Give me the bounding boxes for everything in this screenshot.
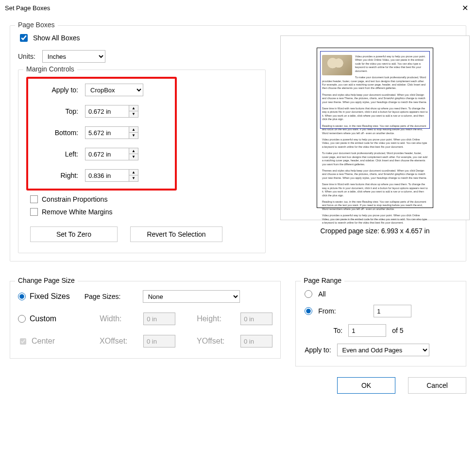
page-sizes-select[interactable]: None [143,290,240,303]
of-pages-text: of 5 [392,327,403,334]
page-range-legend: Page Range [301,277,344,284]
from-label: From: [318,307,342,315]
center-checkbox: Center [18,337,55,346]
preview-page: Video provides a powerful way to help yo… [317,48,433,208]
right-spinner[interactable]: ▲▼ [129,169,138,182]
custom-radio[interactable]: Custom [18,314,56,323]
revert-to-selection-button[interactable]: Revert To Selection [130,226,222,242]
top-label: Top: [34,107,85,115]
page-sizes-label: Page Sizes: [85,293,128,300]
all-radio[interactable] [305,290,312,298]
top-input[interactable] [85,105,129,118]
right-label: Right: [34,172,85,179]
top-spinner[interactable]: ▲▼ [129,105,138,118]
bottom-input[interactable] [85,126,129,139]
window-title: Set Page Boxes [5,4,50,12]
yoffset-input [240,335,272,348]
close-button[interactable]: ✕ [454,0,476,16]
margin-controls-group: Margin Controls Apply to: CropBox Top: [18,70,266,253]
change-page-size-legend: Change Page Size [15,277,78,284]
right-input[interactable] [85,169,129,182]
checkbox-icon [30,208,38,216]
width-label: Width: [100,314,129,323]
down-icon[interactable]: ▼ [129,111,138,117]
preview-image-icon [322,55,352,75]
page-boxes-group: Page Boxes Show All Boxes Units: Inches … [10,25,466,261]
from-radio[interactable] [305,307,312,315]
checkbox-icon [30,195,38,203]
down-icon[interactable]: ▼ [129,154,138,160]
change-page-size-group: Change Page Size Fixed Sizes Page Sizes:… [10,281,281,359]
from-input[interactable] [374,305,411,317]
constrain-proportions-checkbox[interactable]: Constrain Proportions [30,195,257,203]
xoffset-label: XOffset: [100,337,129,346]
custom-label: Custom [30,314,56,323]
to-label: To: [318,327,342,334]
show-all-boxes-label: Show All Boxes [33,34,80,42]
bottom-spinner[interactable]: ▲▼ [129,126,138,139]
fixed-sizes-label: Fixed Sizes [30,292,70,301]
apply-to-select[interactable]: CropBox [85,84,143,96]
page-range-group: Page Range All From: To: of 5 [295,281,466,366]
apply-to-label: Apply to: [34,86,85,94]
remove-white-label: Remove White Margins [42,208,113,216]
left-input[interactable] [85,148,129,160]
cropped-page-size: Cropped page size: 6.993 x 4.657 in [280,227,470,235]
range-apply-to-label: Apply to: [305,346,331,354]
up-icon[interactable]: ▲ [129,105,138,111]
all-label: All [318,290,326,298]
xoffset-input [143,335,175,348]
bottom-label: Bottom: [34,129,85,137]
left-spinner[interactable]: ▲▼ [129,148,138,160]
up-icon[interactable]: ▲ [129,170,138,175]
title-bar: Set Page Boxes ✕ [0,0,476,16]
up-icon[interactable]: ▲ [129,127,138,133]
up-icon[interactable]: ▲ [129,148,138,154]
page-preview: Video provides a powerful way to help yo… [280,35,470,220]
constrain-label: Constrain Proportions [42,195,107,203]
remove-white-margins-checkbox[interactable]: Remove White Margins [30,208,257,216]
show-all-boxes-input[interactable] [20,34,28,42]
center-label: Center [32,337,55,346]
yoffset-label: YOffset: [197,337,226,346]
margin-highlight-box: Apply to: CropBox Top: ▲▼ [26,77,177,191]
height-label: Height: [197,314,226,323]
ok-button[interactable]: OK [337,377,395,394]
page-boxes-legend: Page Boxes [15,21,58,29]
units-label: Units: [18,52,35,60]
left-label: Left: [34,150,85,158]
margin-controls-legend: Margin Controls [23,65,77,73]
close-icon: ✕ [462,3,468,13]
units-select[interactable]: Inches [42,50,105,63]
down-icon[interactable]: ▼ [129,175,138,181]
to-input[interactable] [348,324,386,337]
down-icon[interactable]: ▼ [129,133,138,139]
fixed-sizes-radio[interactable]: Fixed Sizes [18,292,70,301]
cancel-button[interactable]: Cancel [408,377,466,394]
height-input [240,313,272,325]
range-apply-to-select[interactable]: Even and Odd Pages [337,344,429,356]
width-input [143,313,175,325]
show-all-boxes-checkbox[interactable]: Show All Boxes [18,33,266,43]
set-to-zero-button[interactable]: Set To Zero [30,226,118,242]
